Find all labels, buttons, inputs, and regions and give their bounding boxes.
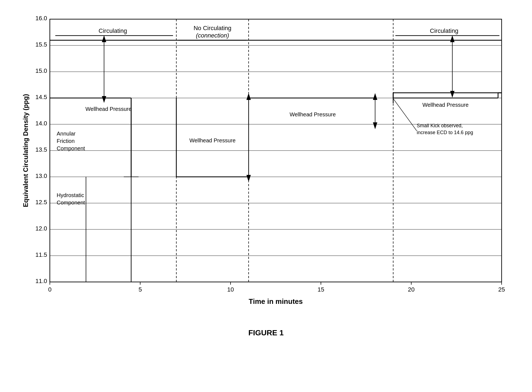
svg-text:Equivalent Circulating Density: Equivalent Circulating Density (ppg) <box>22 94 29 207</box>
svg-text:Hydrostatic: Hydrostatic <box>57 192 84 198</box>
svg-text:20: 20 <box>408 286 414 293</box>
chart-container: 11.0 11.5 12.0 12.5 13.0 13.5 14.0 14.5 … <box>20 8 513 323</box>
svg-text:12.5: 12.5 <box>35 199 47 206</box>
svg-text:Annular: Annular <box>57 131 76 137</box>
svg-text:11.0: 11.0 <box>35 278 47 284</box>
svg-text:increase ECD to 14.6 ppg: increase ECD to 14.6 ppg <box>417 130 473 135</box>
svg-text:13.0: 13.0 <box>35 172 47 179</box>
svg-text:12.0: 12.0 <box>35 225 47 232</box>
svg-text:(connection): (connection) <box>196 32 229 39</box>
svg-text:11.5: 11.5 <box>35 251 47 258</box>
svg-text:Circulating: Circulating <box>99 27 127 34</box>
svg-text:Wellhead Pressure: Wellhead Pressure <box>189 137 235 143</box>
svg-text:Circulating: Circulating <box>430 27 458 34</box>
svg-text:Wellhead Pressure: Wellhead Pressure <box>422 102 468 108</box>
svg-text:5: 5 <box>138 286 142 293</box>
svg-text:Wellhead Pressure: Wellhead Pressure <box>289 111 336 117</box>
svg-text:14.0: 14.0 <box>35 120 47 127</box>
svg-text:Friction: Friction <box>57 138 75 144</box>
svg-text:13.5: 13.5 <box>35 146 47 153</box>
svg-text:Time in minutes: Time in minutes <box>249 297 303 305</box>
svg-text:Wellhead Pressure: Wellhead Pressure <box>85 106 132 112</box>
svg-text:25: 25 <box>498 286 505 293</box>
svg-text:Component: Component <box>57 145 85 151</box>
svg-text:15: 15 <box>317 286 324 293</box>
svg-text:No Circulating: No Circulating <box>193 25 231 31</box>
figure-caption: FIGURE 1 <box>248 328 284 337</box>
svg-text:14.5: 14.5 <box>35 94 47 100</box>
svg-text:10: 10 <box>227 286 234 293</box>
svg-text:16.0: 16.0 <box>35 15 47 22</box>
svg-text:15.5: 15.5 <box>35 41 47 48</box>
svg-text:0: 0 <box>48 286 51 293</box>
svg-text:Component: Component <box>57 200 85 206</box>
svg-text:Small Kick observed,: Small Kick observed, <box>417 123 463 128</box>
svg-text:15.0: 15.0 <box>35 67 47 74</box>
